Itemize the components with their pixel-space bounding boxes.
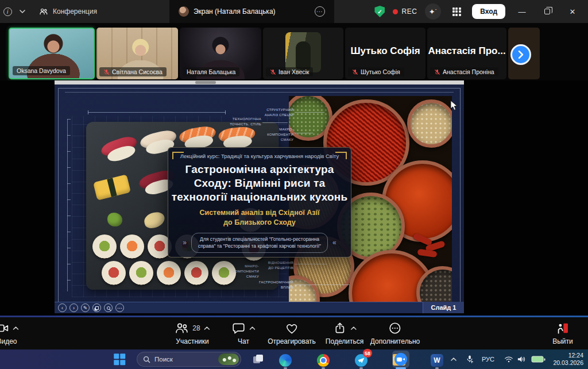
apps-button[interactable] — [449, 4, 464, 19]
taskbar-clock[interactable]: 12:24 20.03.2026 — [553, 352, 583, 367]
mic-muted-icon — [103, 69, 110, 75]
participants-button[interactable]: 28 Участники — [175, 322, 210, 345]
panel-corner-accent — [172, 152, 184, 159]
slide-subtitle: Системний аналіз від Східної Азії до Бли… — [168, 208, 351, 228]
tray-mic-button[interactable] — [465, 355, 474, 364]
presenter-avatar — [179, 6, 189, 17]
chat-icon — [232, 322, 246, 335]
rec-label: REC — [401, 7, 417, 16]
restore-icon — [544, 9, 550, 14]
windows-logo-icon — [114, 353, 125, 365]
slide-title-line1: Гастрономічна архітектура — [168, 163, 351, 176]
tab-options-button[interactable]: ... — [315, 6, 325, 17]
info-button[interactable]: i — [0, 4, 15, 19]
panel-corner-accent — [335, 152, 347, 159]
security-shield-icon[interactable]: ✓ — [374, 6, 385, 17]
annotation-macro-top: МАКРО- КОМПОНЕНТИ СМАКУ — [265, 127, 293, 143]
chevron-down-button[interactable] — [15, 4, 30, 19]
annotation-connector — [262, 122, 288, 123]
search-icon — [143, 356, 150, 363]
login-button[interactable]: Вход — [472, 4, 505, 19]
heart-icon — [285, 322, 299, 335]
chrome-app-button[interactable] — [316, 352, 331, 369]
slides-overview-button[interactable] — [92, 303, 101, 312]
participants-count: 28 — [192, 324, 200, 332]
battery-icon[interactable] — [532, 356, 544, 363]
slide-title-line3: технології національних кухонь — [168, 190, 351, 204]
start-button[interactable] — [114, 353, 125, 365]
wifi-icon[interactable] — [504, 356, 513, 363]
video-tile-anastasia[interactable]: Анастасія Про... Анастасія Проніна — [427, 28, 506, 79]
chevron-up-icon[interactable] — [250, 326, 256, 330]
chevron-up-icon[interactable] — [204, 326, 210, 330]
blueprint-dimension-line — [88, 112, 226, 113]
participant-big-name: Шутько Софія — [345, 45, 425, 57]
zoom-app-window: i Конференция Экран (Наталя Балацька) ..… — [0, 0, 588, 369]
mic-muted-icon — [434, 69, 440, 75]
next-slide-button[interactable]: › — [69, 303, 78, 312]
edge-app-button[interactable] — [278, 352, 293, 369]
zoom-tool-button[interactable] — [104, 303, 113, 312]
slide-number-badge: Слайд 1 — [423, 302, 464, 313]
chevron-up-icon — [451, 358, 457, 361]
share-button[interactable]: Поделиться — [326, 322, 363, 345]
telegram-app-button[interactable]: 58 — [354, 352, 369, 369]
chevron-up-icon[interactable] — [13, 326, 19, 330]
meeting-toolbar: Видео 28 Участники Чат — [0, 317, 588, 349]
tab-screen-share[interactable]: Экран (Наталя Балацька) ... — [169, 0, 334, 23]
coriander-bowl — [407, 99, 452, 148]
audience-pill: Для студентів спеціальностей "Готельно-р… — [191, 233, 328, 253]
chat-button[interactable]: Чат — [232, 322, 256, 345]
video-tile-svitlana[interactable]: Світлана Сисоєва — [96, 28, 178, 79]
video-tile-natalia[interactable]: Наталя Балацька — [180, 28, 261, 79]
prev-slide-button[interactable]: ‹ — [58, 303, 67, 312]
annotation-connector — [295, 112, 324, 113]
more-button[interactable]: Дополнительно — [370, 322, 420, 345]
titlebar: i Конференция Экран (Наталя Балацька) ..… — [0, 0, 588, 23]
participant-big-name: Анастасія Про... — [427, 45, 506, 57]
presentation-slide: ТЕХНОЛОГІЧНА ТОЧНІСТЬ, СТІЛЬ СТРУКТУРНИЙ… — [55, 84, 464, 313]
video-tile-ivan[interactable]: Іван Хвесік — [263, 28, 343, 79]
participant-name-label: Наталя Балацька — [183, 67, 239, 76]
task-view-icon — [253, 355, 264, 364]
mouse-cursor — [450, 100, 458, 112]
taskbar-search[interactable]: Поиск — [137, 352, 241, 367]
share-screen-icon — [332, 322, 346, 335]
participants-filmstrip: Oksana Davydova Світлана Сисоєва Наталя … — [0, 23, 588, 80]
leave-button[interactable]: Выйти — [552, 322, 573, 345]
mic-muted-icon — [270, 69, 276, 75]
search-highlight-image[interactable] — [218, 353, 239, 365]
restore-button[interactable] — [539, 3, 556, 20]
recording-indicator: REC — [393, 7, 417, 16]
video-tile-shutko[interactable]: Шутько Софія Шутько Софія — [345, 28, 425, 79]
video-tile-oksana[interactable]: Oksana Davydova — [9, 28, 95, 79]
speaker-icon[interactable] — [517, 355, 526, 363]
word-app-button[interactable] — [430, 352, 444, 369]
more-options-button[interactable]: ⋯ — [115, 303, 124, 312]
apps-grid-icon — [452, 7, 461, 16]
microphone-icon — [465, 355, 474, 364]
participant-name-label: Світлана Сисоєва — [99, 67, 167, 76]
react-button[interactable]: Отреагировать — [268, 322, 316, 345]
participants-icon — [175, 322, 188, 335]
zoom-icon — [394, 353, 407, 366]
task-view-button[interactable] — [253, 355, 264, 364]
chevron-up-icon[interactable] — [350, 326, 356, 330]
pen-tool-button[interactable]: ✎ — [81, 303, 90, 312]
title-panel: Лекційний курс: Традиції та культура хар… — [168, 147, 351, 257]
close-button[interactable]: ✕ — [564, 3, 581, 20]
zoom-app-button[interactable] — [392, 351, 409, 368]
chrome-icon — [317, 354, 330, 367]
slide-subtitle-line2: до Близького Сходу — [168, 218, 351, 228]
tray-time: 12:24 — [553, 352, 583, 359]
minimize-button[interactable]: — — [513, 3, 531, 20]
more-label: Дополнительно — [370, 337, 420, 345]
video-button[interactable]: Видео — [0, 322, 19, 345]
tab-conference[interactable]: Конференция — [30, 0, 106, 23]
next-participants-button[interactable] — [510, 44, 531, 65]
language-indicator[interactable]: РУС — [482, 356, 494, 363]
slide-subtitle-line1: Системний аналіз від Східної Азії — [168, 208, 351, 218]
tray-expand-button[interactable] — [451, 358, 457, 361]
ai-companion-button[interactable]: ✦˙ — [425, 3, 441, 20]
edge-icon — [279, 354, 292, 367]
